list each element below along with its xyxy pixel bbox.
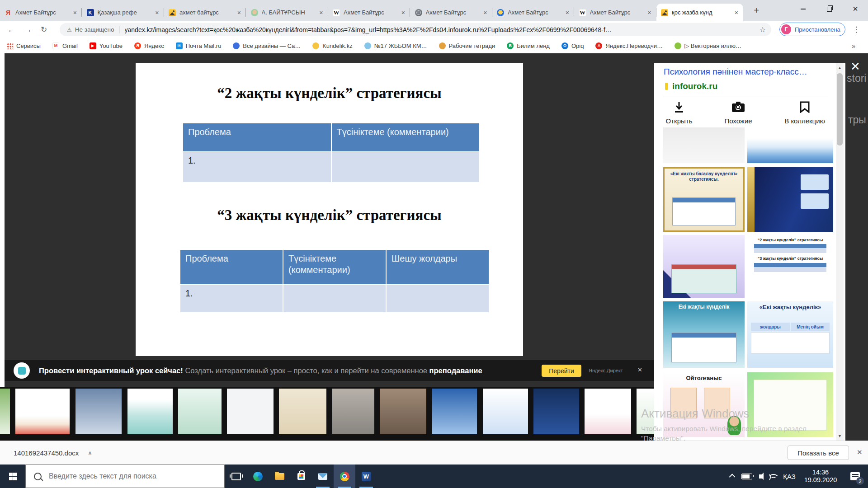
tab[interactable]: Ахмет Байтұрс× <box>410 4 492 21</box>
panel-scrollbar[interactable]: ▲ ▼ <box>836 63 844 441</box>
profile-chip[interactable]: Г Приостановлена <box>779 23 845 36</box>
filmstrip-thumb[interactable] <box>533 389 579 434</box>
filmstrip-thumb[interactable] <box>178 389 222 434</box>
security-warning-label[interactable]: Не защищено <box>75 26 114 33</box>
filmstrip-thumb[interactable] <box>380 389 426 434</box>
bookmark-item[interactable]: AЯндекс.Переводчи… <box>595 42 663 49</box>
tab[interactable]: WАхмет Байтұрс× <box>328 4 410 21</box>
bookmark-item[interactable]: Сервисы <box>6 42 41 49</box>
word-taskbar-icon[interactable]: W <box>355 465 377 488</box>
bookmark-item[interactable]: Все дизайны — Са… <box>233 42 301 49</box>
tab[interactable]: А. БАЙТҰРСЫН× <box>246 4 328 21</box>
related-image-thumb[interactable]: «Екі жақты күнделік»жолдарыМенің ойым <box>747 301 833 368</box>
filmstrip-thumb[interactable] <box>0 389 10 434</box>
download-shelf-close-icon[interactable]: ✕ <box>857 448 863 456</box>
tab-close-icon[interactable]: × <box>72 9 78 16</box>
back-button[interactable]: ← <box>7 21 16 38</box>
forward-button[interactable]: → <box>24 21 32 38</box>
window-restore-button[interactable] <box>819 0 840 18</box>
filmstrip-thumb[interactable] <box>432 389 477 434</box>
battery-tray-icon[interactable] <box>740 465 754 488</box>
security-warning-icon[interactable]: ⚠ <box>67 27 72 33</box>
filmstrip-thumb[interactable] <box>483 389 528 434</box>
bookmark-item[interactable]: ✉Почта Mail.ru <box>176 42 222 49</box>
filmstrip-thumb[interactable] <box>332 389 374 434</box>
tab-active[interactable]: қос жазба күнд× <box>656 4 743 21</box>
edge-taskbar-icon[interactable] <box>247 465 269 488</box>
filmstrip-thumb[interactable] <box>15 389 70 434</box>
tab[interactable]: ЯАхмет Байтұрс× <box>0 4 82 21</box>
viewer-close-button[interactable]: ✕ <box>850 60 860 74</box>
ad-attribution[interactable]: Яндекс.Директ <box>589 368 623 373</box>
tab-close-icon[interactable]: × <box>400 9 406 16</box>
filmstrip-thumb[interactable] <box>75 389 122 434</box>
tab[interactable]: ахмет байтұрс× <box>164 4 246 21</box>
related-image-thumb[interactable] <box>747 372 833 437</box>
window-close-button[interactable]: ✕ <box>845 0 866 18</box>
related-image-thumb[interactable] <box>747 127 833 163</box>
download-filename[interactable]: 1401692437450.docx <box>14 449 79 457</box>
show-all-downloads-button[interactable]: Показать все <box>788 446 849 460</box>
scroll-down-icon[interactable]: ▼ <box>836 434 844 438</box>
related-image-thumb[interactable]: Ойтолғаныс <box>663 372 745 437</box>
download-item[interactable]: 1401692437450.docx ∧ <box>14 441 92 465</box>
tab-close-icon[interactable]: × <box>482 9 488 16</box>
ad-go-button[interactable]: Перейти <box>542 365 581 377</box>
filmstrip-thumb[interactable] <box>637 389 656 434</box>
download-menu-icon[interactable]: ∧ <box>88 450 92 456</box>
tab-close-icon[interactable]: × <box>646 9 652 16</box>
tab[interactable]: KҚазақша рефе× <box>82 4 164 21</box>
related-image-thumb[interactable] <box>747 167 833 232</box>
taskbar-search-input[interactable] <box>48 472 203 481</box>
url-text[interactable]: yandex.kz/images/search?text=қос%20жазба… <box>125 26 754 33</box>
mail-taskbar-icon[interactable] <box>312 465 334 488</box>
file-explorer-taskbar-icon[interactable] <box>269 465 290 488</box>
taskbar-search[interactable] <box>25 465 225 488</box>
viewed-image[interactable]: “2 жақты күнделік” стратегиясы ПроблемаТ… <box>136 63 523 356</box>
filmstrip-thumb[interactable] <box>585 389 631 434</box>
bookmark-item[interactable]: ▷ Векторная иллю… <box>675 42 741 49</box>
tab-close-icon[interactable]: × <box>564 9 571 16</box>
related-image-thumb[interactable]: Екі жақты күнделік <box>663 301 745 368</box>
filmstrip-thumb[interactable] <box>279 389 326 434</box>
tab[interactable]: WАхмет Байтұрс× <box>575 4 656 21</box>
bookmark-item[interactable]: Kundelik.kz <box>312 42 352 49</box>
bookmark-item[interactable]: №17 ЖББОМ КМ… <box>364 42 427 49</box>
tray-hidden-icons-button[interactable] <box>726 465 740 488</box>
new-tab-button[interactable]: + <box>750 5 762 16</box>
tab-close-icon[interactable]: × <box>733 9 740 16</box>
bookmarks-overflow-button[interactable]: » <box>852 42 855 50</box>
taskbar-clock[interactable]: 14:36 19.09.2020 <box>798 465 843 488</box>
related-image-thumb[interactable] <box>663 127 745 163</box>
filmstrip-thumb[interactable] <box>127 389 173 434</box>
chrome-taskbar-icon[interactable] <box>334 465 355 488</box>
related-image-thumb[interactable]: “2 жақты күнделік” стратегиясы“3 жақты к… <box>747 235 833 298</box>
ad-close-icon[interactable]: ✕ <box>637 366 642 373</box>
bookmark-item[interactable]: Рабочие тетради <box>439 42 495 49</box>
bookmark-item[interactable]: ЯЯндекс <box>134 42 164 49</box>
bookmark-item[interactable]: MGmail <box>52 42 78 49</box>
bookmark-item[interactable]: OOpiq <box>561 42 584 49</box>
related-image-thumb[interactable] <box>663 235 745 298</box>
network-tray-icon[interactable] <box>768 465 779 488</box>
tab-close-icon[interactable]: × <box>318 9 324 16</box>
volume-tray-icon[interactable] <box>754 465 767 488</box>
bookmark-item[interactable]: ▶YouTube <box>90 42 123 49</box>
action-center-button[interactable]: 2 <box>844 465 866 488</box>
task-view-button[interactable] <box>225 465 247 488</box>
bookmark-item[interactable]: BБилим ленд <box>507 42 550 49</box>
tab[interactable]: Ахмет Байтұрс× <box>492 4 574 21</box>
bookmark-star-icon[interactable]: ☆ <box>760 25 766 34</box>
filmstrip-thumb[interactable] <box>227 389 274 434</box>
tab-close-icon[interactable]: × <box>154 9 160 16</box>
language-indicator[interactable]: ҚАЗ <box>780 465 798 488</box>
related-image-thumb[interactable]: «Екі жакты бағалау күнделігі» стратегияс… <box>663 167 745 232</box>
scroll-up-icon[interactable]: ▲ <box>836 66 844 70</box>
store-taskbar-icon[interactable] <box>290 465 312 488</box>
start-button[interactable] <box>0 465 25 488</box>
window-minimize-button[interactable] <box>793 0 813 18</box>
ad-banner[interactable]: Провести интерактивный урок сейчас! Созд… <box>5 360 654 381</box>
scrollbar-thumb[interactable] <box>837 73 843 145</box>
reload-button[interactable]: ↻ <box>41 21 47 38</box>
address-bar[interactable]: ⚠ Не защищено yandex.kz/images/search?te… <box>60 23 771 36</box>
